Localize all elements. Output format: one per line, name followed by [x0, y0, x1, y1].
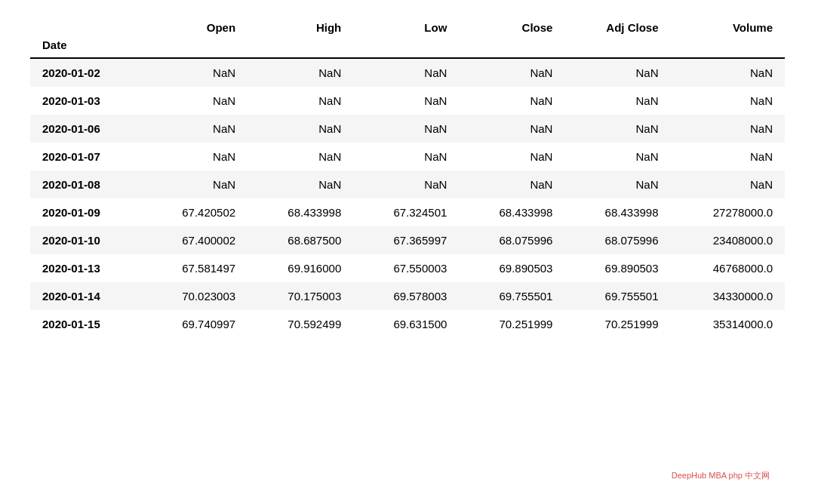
table-body: 2020-01-02NaNNaNNaNNaNNaNNaN2020-01-03Na…	[30, 58, 785, 338]
table-row: 2020-01-1470.02300370.17500369.57800369.…	[30, 282, 785, 310]
cell-date: 2020-01-09	[30, 198, 142, 226]
cell-open: NaN	[142, 171, 248, 198]
col-header-open: Open	[142, 15, 248, 37]
col-header-high: High	[248, 15, 353, 37]
cell-low: NaN	[353, 115, 459, 143]
cell-volume: 35314000.0	[671, 310, 786, 338]
table-row: 2020-01-1367.58149769.91600067.55000369.…	[30, 254, 785, 282]
cell-low: NaN	[353, 87, 459, 115]
cell-date: 2020-01-10	[30, 226, 142, 254]
cell-close: NaN	[459, 87, 564, 115]
date-label-row: Date	[30, 37, 785, 58]
cell-low: 67.365997	[353, 226, 459, 254]
cell-open: NaN	[142, 143, 248, 171]
cell-open: 70.023003	[142, 282, 248, 310]
cell-close: NaN	[459, 143, 564, 171]
table-row: 2020-01-03NaNNaNNaNNaNNaNNaN	[30, 87, 785, 115]
cell-volume: NaN	[671, 87, 786, 115]
cell-date: 2020-01-15	[30, 310, 142, 338]
cell-volume: 46768000.0	[671, 254, 786, 282]
data-table: Open High Low Close Adj Close Volume Dat…	[30, 15, 785, 338]
cell-high: NaN	[248, 87, 353, 115]
cell-adj_close: NaN	[564, 58, 670, 87]
cell-close: 70.251999	[459, 310, 564, 338]
cell-open: 67.420502	[142, 198, 248, 226]
cell-close: 69.890503	[459, 254, 564, 282]
cell-open: NaN	[142, 115, 248, 143]
cell-low: 69.631500	[353, 310, 459, 338]
cell-high: NaN	[248, 58, 353, 87]
cell-adj_close: NaN	[564, 115, 670, 143]
cell-low: 69.578003	[353, 282, 459, 310]
cell-open: 67.400002	[142, 226, 248, 254]
watermark: DeepHub MBA php 中文网	[672, 470, 770, 481]
table-row: 2020-01-1569.74099770.59249969.63150070.…	[30, 310, 785, 338]
cell-low: NaN	[353, 143, 459, 171]
cell-adj_close: NaN	[564, 87, 670, 115]
table-row: 2020-01-1067.40000268.68750067.36599768.…	[30, 226, 785, 254]
cell-open: 67.581497	[142, 254, 248, 282]
header-row: Open High Low Close Adj Close Volume	[30, 15, 785, 37]
cell-high: 68.433998	[248, 198, 353, 226]
cell-open: NaN	[142, 87, 248, 115]
col-header-volume: Volume	[671, 15, 786, 37]
cell-volume: NaN	[671, 115, 786, 143]
cell-low: NaN	[353, 171, 459, 198]
cell-close: 69.755501	[459, 282, 564, 310]
cell-adj_close: 68.075996	[564, 226, 670, 254]
cell-volume: NaN	[671, 171, 786, 198]
table-row: 2020-01-08NaNNaNNaNNaNNaNNaN	[30, 171, 785, 198]
cell-volume: NaN	[671, 143, 786, 171]
cell-date: 2020-01-02	[30, 58, 142, 87]
cell-open: 69.740997	[142, 310, 248, 338]
col-header-close: Close	[459, 15, 564, 37]
cell-date: 2020-01-14	[30, 282, 142, 310]
cell-date: 2020-01-07	[30, 143, 142, 171]
cell-low: 67.324501	[353, 198, 459, 226]
cell-low: NaN	[353, 58, 459, 87]
cell-low: 67.550003	[353, 254, 459, 282]
col-header-low: Low	[353, 15, 459, 37]
cell-adj_close: NaN	[564, 143, 670, 171]
table-row: 2020-01-02NaNNaNNaNNaNNaNNaN	[30, 58, 785, 87]
cell-high: 69.916000	[248, 254, 353, 282]
col-header-date	[30, 15, 142, 37]
cell-open: NaN	[142, 58, 248, 87]
cell-adj_close: 69.755501	[564, 282, 670, 310]
cell-volume: 34330000.0	[671, 282, 786, 310]
cell-adj_close: 70.251999	[564, 310, 670, 338]
table-container: Open High Low Close Adj Close Volume Dat…	[30, 15, 785, 338]
cell-close: 68.075996	[459, 226, 564, 254]
cell-volume: 27278000.0	[671, 198, 786, 226]
table-row: 2020-01-0967.42050268.43399867.32450168.…	[30, 198, 785, 226]
cell-adj_close: 69.890503	[564, 254, 670, 282]
cell-high: NaN	[248, 115, 353, 143]
cell-adj_close: NaN	[564, 171, 670, 198]
table-row: 2020-01-06NaNNaNNaNNaNNaNNaN	[30, 115, 785, 143]
cell-date: 2020-01-13	[30, 254, 142, 282]
cell-close: 68.433998	[459, 198, 564, 226]
cell-volume: NaN	[671, 58, 786, 87]
cell-date: 2020-01-03	[30, 87, 142, 115]
cell-date: 2020-01-08	[30, 171, 142, 198]
cell-close: NaN	[459, 58, 564, 87]
cell-close: NaN	[459, 115, 564, 143]
date-label: Date	[30, 37, 142, 58]
cell-high: 68.687500	[248, 226, 353, 254]
table-row: 2020-01-07NaNNaNNaNNaNNaNNaN	[30, 143, 785, 171]
cell-volume: 23408000.0	[671, 226, 786, 254]
cell-high: 70.592499	[248, 310, 353, 338]
cell-high: NaN	[248, 143, 353, 171]
col-header-adj-close: Adj Close	[564, 15, 670, 37]
cell-date: 2020-01-06	[30, 115, 142, 143]
cell-close: NaN	[459, 171, 564, 198]
cell-high: 70.175003	[248, 282, 353, 310]
cell-adj_close: 68.433998	[564, 198, 670, 226]
cell-high: NaN	[248, 171, 353, 198]
